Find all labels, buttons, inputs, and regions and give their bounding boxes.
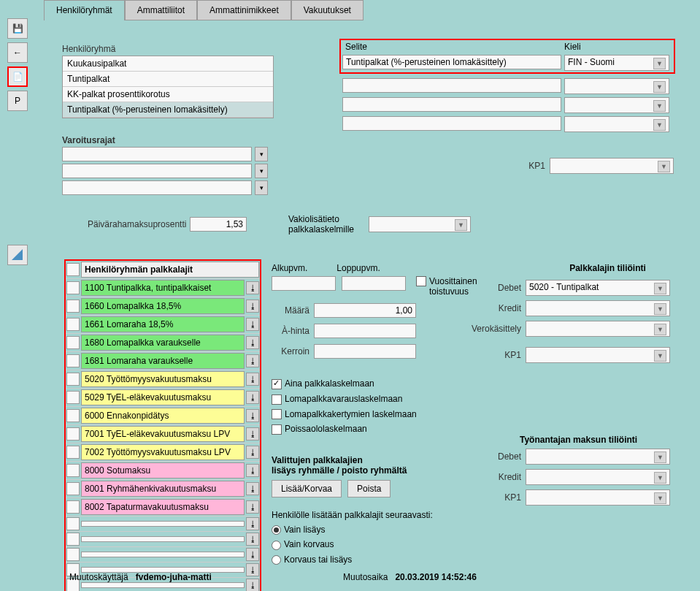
kieli-dropdown-3[interactable] xyxy=(564,97,669,113)
row-checkbox[interactable] xyxy=(66,533,80,546)
varoitusraja-input-1[interactable] xyxy=(62,147,252,161)
row-checkbox[interactable] xyxy=(66,409,80,422)
tab-henkiloryhmat[interactable]: Henkilöryhmät xyxy=(44,0,125,20)
row-dropdown-icon[interactable]: ⭳ xyxy=(246,464,259,477)
list-item[interactable]: Tuntipalkat (%-perusteinen lomakäsittely… xyxy=(63,102,273,118)
row-dropdown-icon[interactable]: ⭳ xyxy=(246,318,259,331)
lomavaraus-checkbox[interactable] xyxy=(272,394,282,405)
row-checkbox[interactable] xyxy=(66,517,80,530)
palkkalaji-row[interactable] xyxy=(81,552,245,557)
tyonantajan-kp1-dropdown[interactable] xyxy=(526,489,670,506)
row-dropdown-icon[interactable]: ⭳ xyxy=(246,548,259,561)
row-checkbox[interactable] xyxy=(66,427,80,441)
palkkalaji-row[interactable]: 8001 Ryhmähenkivakuutusmaksu xyxy=(81,481,245,497)
row-dropdown-icon[interactable]: ⭳ xyxy=(246,517,259,530)
palkkalaji-row[interactable] xyxy=(81,536,245,542)
list-item[interactable]: KK-palkat prosenttikorotus xyxy=(63,87,273,102)
selite-input-4[interactable] xyxy=(342,116,561,131)
palkkalaji-row[interactable] xyxy=(81,521,245,527)
vakiolisatieto-dropdown[interactable] xyxy=(369,216,471,232)
paivaraha-input[interactable] xyxy=(190,217,247,232)
row-dropdown-icon[interactable]: ⭳ xyxy=(246,482,259,495)
list-item[interactable]: Kuukausipalkat xyxy=(63,56,273,72)
tab-vakuutukset[interactable]: Vakuutukset xyxy=(291,0,364,20)
row-dropdown-icon[interactable]: ⭳ xyxy=(246,533,259,546)
dropdown-icon[interactable]: ▾ xyxy=(255,180,268,195)
kieli-dropdown[interactable]: FIN - Suomi xyxy=(564,55,669,71)
dropdown-icon[interactable]: ▾ xyxy=(255,147,268,161)
poista-button[interactable]: Poista xyxy=(347,480,391,497)
palkkalaji-row[interactable]: 8000 Sotumaksu xyxy=(81,462,245,478)
palkkalaji-row[interactable]: 5029 TyEL-eläkevakuutusmaksu xyxy=(81,389,245,405)
row-dropdown-icon[interactable]: ⭳ xyxy=(246,300,259,313)
row-dropdown-icon[interactable]: ⭳ xyxy=(246,391,259,404)
kp1-dropdown[interactable] xyxy=(550,158,674,174)
row-dropdown-icon[interactable]: ⭳ xyxy=(246,446,259,459)
row-dropdown-icon[interactable]: ⭳ xyxy=(246,354,259,367)
back-button[interactable]: ← xyxy=(7,42,28,63)
palkkalaji-row[interactable]: 7001 TyEL-eläkevakuutusmaksu LPV xyxy=(81,426,245,442)
save-button[interactable]: 💾 xyxy=(7,18,28,39)
varoitusraja-input-3[interactable] xyxy=(62,180,252,195)
selite-input[interactable] xyxy=(342,55,561,69)
lisaa-korvaa-button[interactable]: Lisää/Korvaa xyxy=(272,480,342,497)
selite-input-3[interactable] xyxy=(342,97,561,112)
palkkalaji-row[interactable]: 6000 Ennakonpidätys xyxy=(81,408,245,424)
row-dropdown-icon[interactable]: ⭳ xyxy=(246,500,259,514)
palkkalaji-row[interactable]: 8002 Tapaturmavakuutusmaksu xyxy=(81,499,245,515)
row-dropdown-icon[interactable]: ⭳ xyxy=(246,579,259,591)
varoitusraja-input-2[interactable] xyxy=(62,164,252,178)
kerroin-input[interactable] xyxy=(314,344,416,359)
vain-korvaus-radio[interactable] xyxy=(272,541,281,550)
henkiloryhma-list[interactable]: Kuukausipalkat Tuntipalkat KK-palkat pro… xyxy=(62,56,274,118)
p-button[interactable]: P xyxy=(7,91,28,111)
row-dropdown-icon[interactable]: ⭳ xyxy=(246,409,259,422)
tyonantajan-debet-dropdown[interactable] xyxy=(526,449,670,465)
document-button[interactable]: 📄 xyxy=(7,66,28,87)
dropdown-icon[interactable]: ▾ xyxy=(255,164,268,178)
aina-checkbox[interactable] xyxy=(272,379,282,389)
row-dropdown-icon[interactable]: ⭳ xyxy=(246,281,259,294)
verokasittely-dropdown[interactable] xyxy=(526,321,670,337)
palkkalaji-row[interactable]: 7002 Työttömyysvakuutusmaksu LPV xyxy=(81,444,245,460)
row-dropdown-icon[interactable]: ⭳ xyxy=(246,427,259,441)
kp1-tiliointi-dropdown[interactable] xyxy=(526,347,670,363)
kieli-dropdown-2[interactable] xyxy=(564,78,669,94)
row-dropdown-icon[interactable]: ⭳ xyxy=(246,336,259,349)
kredit-dropdown[interactable] xyxy=(526,300,670,316)
palkkalaji-row[interactable] xyxy=(81,582,245,588)
palkkalaji-row[interactable]: 1100 Tuntipalkka, tuntipalkkaiset xyxy=(81,280,245,296)
row-checkbox[interactable] xyxy=(66,548,80,561)
tab-ammattiliitot[interactable]: Ammattiliitot xyxy=(125,0,197,20)
list-item[interactable]: Tuntipalkat xyxy=(63,72,273,87)
tab-ammattinimikkeet[interactable]: Ammattinimikkeet xyxy=(197,0,291,20)
maara-input[interactable] xyxy=(314,303,416,318)
korvaus-tai-lisays-radio[interactable] xyxy=(272,555,281,565)
header-checkbox[interactable] xyxy=(66,263,80,276)
poissaolo-checkbox[interactable] xyxy=(272,424,282,435)
alkupvm-input[interactable] xyxy=(272,276,336,291)
loppupvm-input[interactable] xyxy=(342,276,406,291)
lomakertymien-checkbox[interactable] xyxy=(272,409,282,419)
row-checkbox[interactable] xyxy=(66,354,80,367)
ahinta-input[interactable] xyxy=(314,324,416,338)
kieli-dropdown-4[interactable] xyxy=(564,116,669,132)
palkkalaji-row[interactable]: 1681 Lomaraha varaukselle xyxy=(81,353,245,369)
row-checkbox[interactable] xyxy=(66,300,80,313)
row-checkbox[interactable] xyxy=(66,391,80,404)
row-checkbox[interactable] xyxy=(66,482,80,495)
row-checkbox[interactable] xyxy=(66,446,80,459)
row-checkbox[interactable] xyxy=(66,336,80,349)
selite-input-2[interactable] xyxy=(342,78,561,93)
row-checkbox[interactable] xyxy=(66,500,80,514)
palkkalaji-row[interactable]: 1680 Lomapalkka varaukselle xyxy=(81,335,245,351)
palkkalaji-row[interactable]: 1660 Lomapalkka 18,5% xyxy=(81,298,245,314)
palkkalaji-row[interactable]: 5020 Työttömyysvakuutusmaksu xyxy=(81,371,245,387)
row-checkbox[interactable] xyxy=(66,318,80,331)
row-checkbox[interactable] xyxy=(66,281,80,294)
row-checkbox[interactable] xyxy=(66,373,80,386)
tyonantajan-kredit-dropdown[interactable] xyxy=(526,469,670,485)
palkkalaji-row[interactable]: 1661 Lomaraha 18,5% xyxy=(81,316,245,332)
row-checkbox[interactable] xyxy=(66,464,80,477)
row-dropdown-icon[interactable]: ⭳ xyxy=(246,373,259,386)
